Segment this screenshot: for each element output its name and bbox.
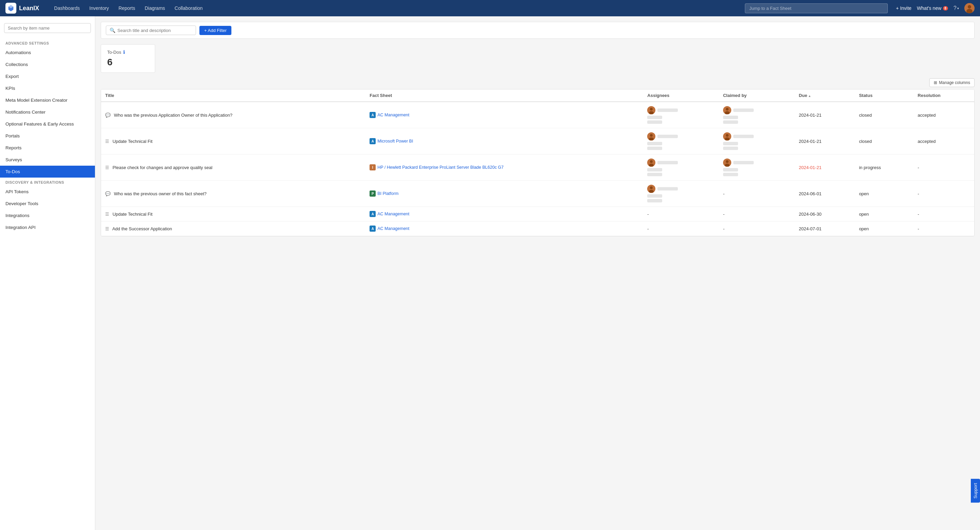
info-icon[interactable]: ℹ: [123, 49, 125, 55]
title-icon: ☰: [105, 212, 109, 217]
factsheet-link[interactable]: AC Management: [377, 226, 409, 231]
assignee-org: [647, 173, 662, 176]
sidebar-item-todos[interactable]: To-Dos: [0, 166, 95, 178]
title-text: Who was the previous owner of this fact …: [114, 191, 207, 196]
sidebar: ADVANCED SETTINGS Automations Collection…: [0, 16, 95, 530]
due-cell: 2024-01-21: [795, 128, 855, 154]
factsheet-cell: A Microsoft Power BI: [366, 128, 643, 154]
sidebar-item-integrations[interactable]: Integrations: [0, 209, 95, 221]
columns-icon: ⊞: [934, 80, 937, 85]
due-cell: 2024-06-30: [795, 207, 855, 221]
nav-links: Dashboards Inventory Reports Diagrams Co…: [50, 3, 207, 13]
sidebar-item-api-tokens[interactable]: API Tokens: [0, 186, 95, 198]
sidebar-item-reports[interactable]: Reports: [0, 142, 95, 154]
sidebar-item-optional-features[interactable]: Optional Features & Early Access: [0, 118, 95, 130]
resolution-cell: -: [914, 181, 974, 207]
layout: ADVANCED SETTINGS Automations Collection…: [0, 16, 980, 530]
assignees-cell: [643, 181, 719, 207]
add-filter-button[interactable]: + Add Filter: [199, 26, 231, 35]
svg-point-16: [650, 160, 653, 163]
user-avatar[interactable]: [964, 3, 975, 13]
col-factsheet: Fact Sheet: [366, 89, 643, 102]
assignee-role: [647, 142, 662, 145]
assignees-cell: [643, 154, 719, 181]
support-button[interactable]: Support: [971, 479, 980, 503]
factsheet-badge: A: [369, 138, 375, 144]
title-text: Update Technical Fit: [113, 212, 153, 217]
sidebar-item-developer-tools[interactable]: Developer Tools: [0, 198, 95, 209]
claimed-role: [723, 116, 738, 119]
title-icon: ☰: [105, 226, 109, 231]
sidebar-item-surveys[interactable]: Surveys: [0, 154, 95, 166]
help-button[interactable]: ? ▾: [953, 5, 959, 11]
nav-reports[interactable]: Reports: [115, 3, 139, 13]
resolution-cell: accepted: [914, 102, 974, 128]
title-icon: ☰: [105, 139, 109, 144]
factsheet-cell: I HP / Hewlett Packard Enterprise ProLia…: [366, 154, 643, 181]
filter-search-input[interactable]: [118, 28, 192, 33]
sidebar-search-container: [4, 23, 91, 33]
factsheet-link[interactable]: HP / Hewlett Packard Enterprise ProLiant…: [377, 165, 504, 170]
nav-collaboration[interactable]: Collaboration: [170, 3, 207, 13]
title-text: Who was the previous Application Owner o…: [114, 113, 232, 118]
sidebar-search-input[interactable]: [4, 23, 91, 33]
table-toolbar: ⊞ Manage columns: [101, 78, 975, 87]
jump-to-factsheet-input[interactable]: [745, 3, 888, 13]
status-cell: open: [855, 181, 913, 207]
col-claimed-by: Claimed by: [719, 89, 795, 102]
title-cell: ☰ Please check for changes and approve q…: [101, 154, 366, 181]
todos-card-title: To-Dos ℹ: [107, 49, 149, 55]
svg-point-10: [650, 134, 653, 137]
sidebar-item-integration-api[interactable]: Integration API: [0, 221, 95, 233]
sidebar-item-kpis[interactable]: KPIs: [0, 83, 95, 94]
factsheet-link[interactable]: Microsoft Power BI: [377, 139, 413, 144]
status-cell: open: [855, 221, 913, 236]
nav-inventory[interactable]: Inventory: [86, 3, 113, 13]
navbar-actions: + Invite What's new 8 ? ▾: [896, 3, 975, 13]
sidebar-item-portals[interactable]: Portals: [0, 130, 95, 142]
col-status: Status: [855, 89, 913, 102]
stats-row: To-Dos ℹ 6: [101, 44, 975, 73]
sidebar-item-notifications-center[interactable]: Notifications Center: [0, 106, 95, 118]
table-row: 💬 Who was the previous owner of this fac…: [101, 181, 974, 207]
sidebar-item-collections[interactable]: Collections: [0, 59, 95, 70]
factsheet-link[interactable]: BI Platform: [377, 191, 398, 196]
assignees-cell: -: [643, 221, 719, 236]
avatar: [647, 132, 655, 141]
title-icon: 💬: [105, 191, 111, 196]
col-due[interactable]: Due: [795, 89, 855, 102]
logo[interactable]: LeanIX: [5, 3, 39, 14]
title-text: Add the Successor Application: [112, 226, 172, 231]
due-cell: 2024-07-01: [795, 221, 855, 236]
factsheet-badge: A: [369, 112, 375, 118]
main-content: 🔍 + Add Filter To-Dos ℹ 6 ⊞ Manage colum…: [95, 16, 980, 530]
sidebar-item-meta-model[interactable]: Meta Model Extension Creator: [0, 94, 95, 106]
manage-columns-button[interactable]: ⊞ Manage columns: [929, 78, 975, 87]
factsheet-link[interactable]: AC Management: [377, 212, 409, 216]
filter-search-container: 🔍: [106, 25, 196, 35]
claimed-by-cell: [719, 128, 795, 154]
invite-button[interactable]: + Invite: [896, 5, 912, 11]
factsheet-link[interactable]: AC Management: [377, 113, 409, 117]
assignee-org: [647, 121, 662, 124]
due-cell: 2024-06-01: [795, 181, 855, 207]
nav-dashboards[interactable]: Dashboards: [50, 3, 84, 13]
svg-point-4: [650, 108, 653, 111]
assignee-name: [657, 161, 678, 164]
nav-diagrams[interactable]: Diagrams: [140, 3, 169, 13]
sidebar-item-export[interactable]: Export: [0, 70, 95, 83]
svg-point-19: [726, 160, 729, 163]
sidebar-item-automations[interactable]: Automations: [0, 47, 95, 59]
advanced-settings-title: ADVANCED SETTINGS: [0, 38, 95, 47]
factsheet-badge: A: [369, 211, 375, 217]
resolution-cell: -: [914, 207, 974, 221]
svg-point-1: [968, 5, 971, 8]
claimed-org: [723, 121, 738, 124]
assignee-org: [647, 199, 662, 202]
whats-new-button[interactable]: What's new 8: [917, 5, 948, 11]
todos-table: Title Fact Sheet Assignees Claimed by Du…: [101, 89, 974, 236]
due-cell: 2024-01-21: [795, 102, 855, 128]
claimed-name: [733, 135, 754, 138]
title-cell: ☰ Add the Successor Application: [101, 221, 366, 236]
title-text: Please check for changes and approve qua…: [113, 165, 212, 170]
